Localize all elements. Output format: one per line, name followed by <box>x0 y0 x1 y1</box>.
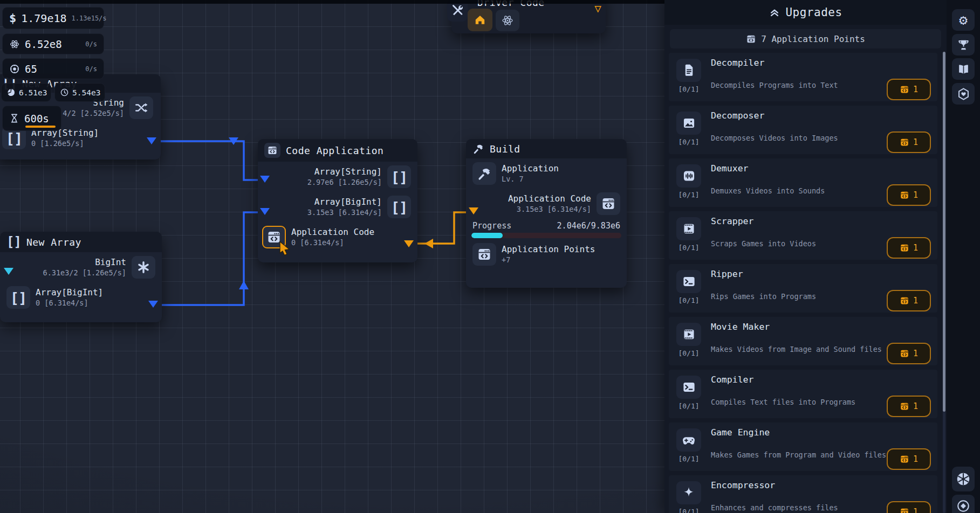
node-driver-code[interactable]: Driver Code ▽ <box>451 0 606 33</box>
upgrade-count: [0/1] <box>673 508 704 513</box>
app-points-cost-icon <box>900 454 909 464</box>
upgrade-description: Makes Games from Program and Video files <box>711 450 886 459</box>
app-points-cost-icon <box>900 190 909 200</box>
brackets-icon[interactable]: [] <box>387 196 411 218</box>
node-title: New Array <box>26 237 81 248</box>
upgrades-header[interactable]: Upgrades <box>664 0 947 25</box>
atom-icon <box>9 39 20 50</box>
build-target-level: Lv. 7 <box>502 175 559 184</box>
focus-button[interactable] <box>952 495 975 513</box>
buy-upgrade-button[interactable]: 1 <box>887 131 931 153</box>
cursor-pointer <box>278 240 293 256</box>
medal-counter: 65 0/s <box>2 58 104 79</box>
achievements-button[interactable] <box>952 34 975 56</box>
hammer-icon <box>472 143 484 155</box>
pie-counter: 6.51e3 <box>1 83 51 102</box>
upgrade-item[interactable]: [0/1] Movie Maker Makes Videos from Imag… <box>669 317 937 365</box>
upgrade-name: Encompressor <box>711 480 775 490</box>
input-port[interactable] <box>469 207 478 214</box>
buy-upgrade-button[interactable]: 1 <box>887 79 931 100</box>
buy-upgrade-button[interactable]: 1 <box>887 448 931 470</box>
buy-upgrade-button[interactable]: 1 <box>887 290 931 311</box>
node-header[interactable]: [] New Array <box>0 232 162 252</box>
wire-application-code <box>415 212 467 244</box>
node-title: Build <box>490 143 520 155</box>
resource-name: BigInt <box>43 257 126 268</box>
upgrade-description: Scraps Games into Videos <box>711 239 816 248</box>
shuffle-icon[interactable] <box>129 96 153 119</box>
collapsed-output-icon[interactable]: ▽ <box>594 3 601 15</box>
upgrade-item[interactable]: [0/1] Encompressor Enhances and compress… <box>669 475 937 513</box>
input-port[interactable] <box>260 208 270 215</box>
app-points-cost-icon <box>900 296 909 306</box>
progress-label: Progress <box>472 221 511 231</box>
output-port[interactable] <box>404 240 414 247</box>
film-icon <box>676 217 701 240</box>
game-canvas[interactable]: [] New Array String 4/2 [2.52e5/s] [] Ar… <box>0 0 980 513</box>
output-name: Application Points <box>502 244 595 255</box>
upgrade-name: Compiler <box>711 375 753 385</box>
resource-stats: 2.97e6 [1.26e5/s] <box>307 178 382 188</box>
app-points-cost-icon <box>900 243 909 253</box>
resource-stats: 3.15e3 [6.31e4/s] <box>307 208 382 218</box>
guide-button[interactable] <box>952 58 975 80</box>
input-port[interactable] <box>260 176 270 183</box>
upgrade-item[interactable]: [0/1] Decomposer Decomposes Videos into … <box>669 106 937 154</box>
resource-name: Array[String] <box>307 167 382 178</box>
upgrade-item[interactable]: [0/1] Decompiler Decompiles Programs int… <box>669 53 937 101</box>
output-port[interactable] <box>148 301 158 308</box>
home-button[interactable] <box>468 9 492 31</box>
resource-stats: 3.15e3 [6.31e4/s] <box>508 205 591 214</box>
node-header[interactable]: Code Application <box>258 139 417 162</box>
upgrade-count: [0/1] <box>673 138 704 146</box>
upgrade-count: [0/1] <box>673 402 704 410</box>
scrollbar-track[interactable] <box>943 52 945 513</box>
buy-upgrade-button[interactable]: 1 <box>887 396 931 417</box>
support-button[interactable] <box>952 83 975 105</box>
node-build[interactable]: Build Application Lv. 7 Application Code… <box>466 139 627 288</box>
shutter-icon <box>955 471 971 487</box>
scrollbar-thumb[interactable] <box>943 52 945 412</box>
brackets-icon: [] <box>6 235 21 248</box>
wire-array-bigint <box>159 212 259 305</box>
right-toolbar: ⚙ <box>947 0 980 513</box>
upgrade-item[interactable]: [0/1] Game Engine Makes Games from Progr… <box>669 422 937 471</box>
buy-upgrade-button[interactable]: 1 <box>887 343 931 364</box>
upgrade-count: [0/1] <box>673 85 704 93</box>
wire-arrow <box>424 239 433 248</box>
node-header[interactable]: Build <box>466 139 627 158</box>
application-points-icon <box>472 243 496 266</box>
node-new-array-bigint[interactable]: [] New Array BigInt 6.31e3/2 [1.26e5/s] … <box>0 232 162 322</box>
buy-upgrade-button[interactable]: 1 <box>887 237 931 259</box>
money-counter: $ 1.79e18 1.13e15/s <box>2 7 104 29</box>
asterisk-icon[interactable] <box>132 256 155 279</box>
upgrade-name: Decomposer <box>711 110 764 121</box>
app-points-cost-icon <box>900 401 909 411</box>
resource-name: Array[BigInt] <box>307 197 382 208</box>
upgrade-name: Game Engine <box>711 427 770 438</box>
book-icon <box>957 63 970 76</box>
input-port[interactable] <box>4 268 13 275</box>
buy-upgrade-button[interactable]: 1 <box>887 184 931 206</box>
upgrade-item[interactable]: [0/1] Demuxer Demuxes Videos into Sounds… <box>669 158 937 207</box>
upgrade-item[interactable]: [0/1] Compiler Compiles Text files into … <box>669 370 937 418</box>
settings-button[interactable]: ⚙ <box>952 9 975 31</box>
brackets-icon[interactable]: [] <box>387 165 411 188</box>
output-gain: +7 <box>502 255 595 265</box>
upgrade-item[interactable]: [0/1] Ripper Rips Games into Programs 1 <box>669 264 937 313</box>
upgrade-item[interactable]: [0/1] Scrapper Scraps Games into Videos … <box>669 211 937 260</box>
atom-button[interactable] <box>496 10 519 31</box>
upgrades-panel: Upgrades 7 Application Points [0/1] Deco… <box>664 0 947 513</box>
build-target-name: Application <box>502 163 559 175</box>
capture-button[interactable] <box>952 467 975 491</box>
upgrade-name: Demuxer <box>711 163 749 174</box>
buy-upgrade-button[interactable]: 1 <box>887 501 931 513</box>
upgrade-count: [0/1] <box>673 191 704 199</box>
resource-name: Application Code <box>508 193 591 205</box>
output-port[interactable] <box>147 137 156 144</box>
upgrade-description: Enhances and compresses files <box>711 503 838 512</box>
progress-bar <box>471 233 621 238</box>
brackets-icon[interactable]: [] <box>6 286 30 309</box>
hammer-icon[interactable] <box>472 162 496 185</box>
money-value: 1.79e18 <box>21 12 66 25</box>
